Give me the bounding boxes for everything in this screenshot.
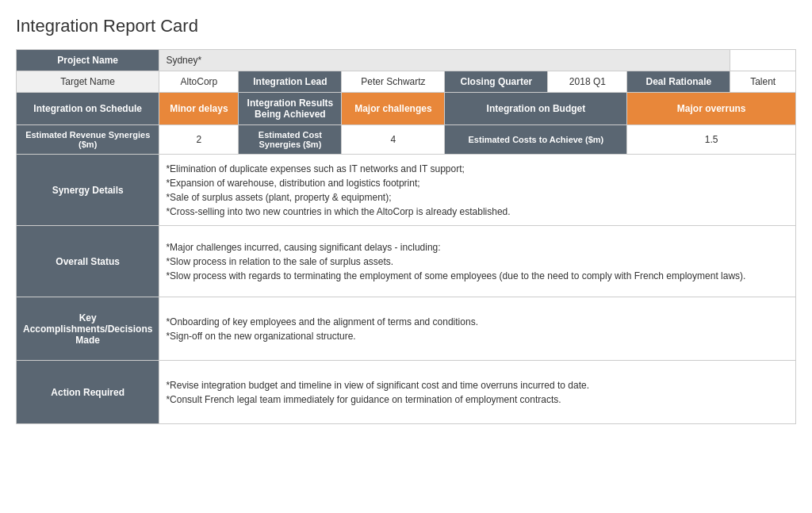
schedule-row: Integration on Schedule Minor delays Int… [17,93,796,125]
action-required-row: Action Required *Revise integration budg… [17,361,796,424]
key-accomplishments-label: Key Accomplishments/Decisions Made [17,297,159,361]
deal-rationale-label: Deal Rationale [627,71,730,93]
project-name-row: Project Name Sydney* [17,50,796,71]
overall-status-row: Overall Status *Major challenges incurre… [17,226,796,297]
synergy-details-row: Synergy Details *Elimination of duplicat… [17,155,796,226]
schedule-status: Minor delays [159,93,239,125]
synergy-details-label: Synergy Details [17,155,159,226]
synergy-details-text: *Elimination of duplicate expenses such … [159,155,796,226]
results-status: Major challenges [342,93,445,125]
key-accomplishments-text: *Onboarding of key employees and the ali… [159,297,796,361]
integration-lead-label: Integration Lead [239,71,342,93]
results-label: Integration Results Being Achieved [239,93,342,125]
target-name-label: Target Name [17,71,159,93]
action-required-label: Action Required [17,361,159,424]
closing-quarter-label: Closing Quarter [445,71,548,93]
cost-synergies-value: 4 [342,125,445,155]
budget-status: Major overruns [627,93,796,125]
revenue-value: 2 [159,125,239,155]
revenue-label: Estimated Revenue Synergies ($m) [17,125,159,155]
schedule-label: Integration on Schedule [17,93,159,125]
overall-status-label: Overall Status [17,226,159,297]
overall-status-text: *Major challenges incurred, causing sign… [159,226,796,297]
key-accomplishments-row: Key Accomplishments/Decisions Made *Onbo… [17,297,796,361]
action-required-text: *Revise integration budget and timeline … [159,361,796,424]
target-name-row: Target Name AltoCorp Integration Lead Pe… [17,71,796,93]
budget-label: Integration on Budget [445,93,627,125]
target-name-value: AltoCorp [159,71,239,93]
cost-synergies-label: Estimated Cost Synergies ($m) [239,125,342,155]
revenue-row: Estimated Revenue Synergies ($m) 2 Estim… [17,125,796,155]
page-title: Integration Report Card [16,16,796,36]
deal-rationale-value: Talent [730,71,796,93]
project-name-label: Project Name [17,50,159,71]
report-table: Project Name Sydney* Target Name AltoCor… [16,49,796,424]
closing-quarter-value: 2018 Q1 [548,71,627,93]
achieve-value: 1.5 [627,125,796,155]
integration-lead-value: Peter Schwartz [342,71,445,93]
project-name-value: Sydney* [159,50,730,71]
achieve-label: Estimated Costs to Achieve ($m) [445,125,627,155]
